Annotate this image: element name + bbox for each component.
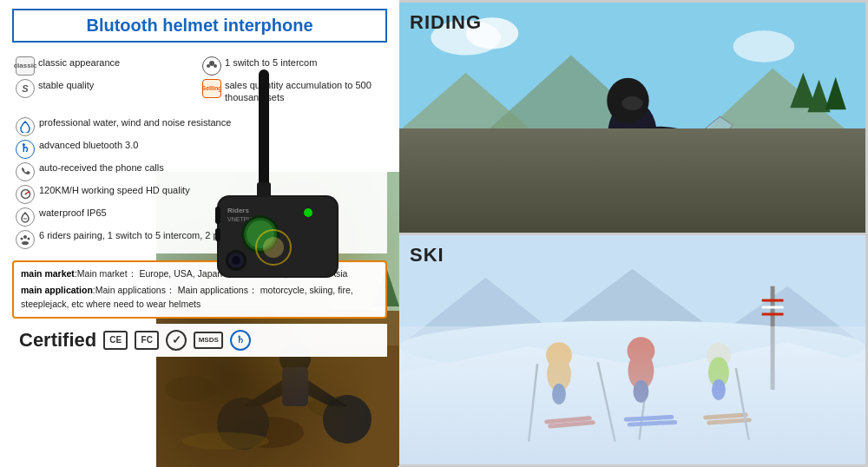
- ski-scene-card: SKI: [399, 235, 865, 465]
- ski-label: SKI: [410, 244, 444, 266]
- svg-rect-40: [215, 228, 220, 241]
- svg-point-8: [217, 398, 269, 450]
- svg-point-63: [678, 169, 727, 219]
- svg-rect-98: [707, 418, 752, 425]
- fc-badge: FC: [135, 331, 159, 350]
- svg-point-89: [628, 337, 655, 365]
- svg-rect-51: [399, 152, 865, 233]
- svg-point-24: [28, 237, 30, 240]
- riding-label: RIDING: [410, 11, 482, 34]
- svg-rect-50: [399, 134, 865, 232]
- svg-rect-103: [762, 312, 784, 315]
- svg-point-61: [569, 174, 608, 213]
- svg-rect-93: [628, 419, 678, 426]
- svg-point-20: [24, 194, 26, 195]
- water-icon: [16, 117, 35, 136]
- check-badge: ✓: [166, 330, 187, 351]
- svg-point-95: [708, 357, 729, 388]
- msds-badge: MSDS: [194, 332, 223, 349]
- svg-point-96: [712, 379, 726, 400]
- classic-icon: classic: [16, 56, 35, 76]
- svg-point-86: [552, 384, 566, 405]
- svg-text:Riders: Riders: [227, 207, 249, 214]
- svg-point-3: [165, 376, 217, 402]
- certified-label: Certified: [19, 329, 96, 352]
- bluetooth-icon: ♄: [16, 140, 35, 159]
- application-label: main application: [21, 285, 93, 295]
- svg-rect-39: [215, 207, 220, 224]
- svg-line-81: [529, 364, 537, 442]
- svg-point-23: [21, 237, 23, 240]
- feature-classic-text: classic appearance: [38, 56, 197, 69]
- svg-line-83: [639, 359, 649, 439]
- svg-point-79: [399, 320, 865, 372]
- svg-marker-52: [399, 178, 865, 233]
- svg-line-82: [598, 362, 615, 441]
- feature-bt-text: advanced bluetooth 3.0: [39, 139, 138, 151]
- left-panel: 23 Blutooth helmet interphone classic: [0, 0, 399, 467]
- svg-point-4: [308, 396, 352, 417]
- svg-rect-92: [624, 414, 674, 421]
- svg-point-64: [687, 178, 718, 209]
- ce-badge: CE: [103, 331, 128, 350]
- svg-rect-12: [282, 367, 308, 406]
- right-panel: RIDING: [399, 0, 868, 467]
- svg-marker-80: [399, 342, 865, 464]
- svg-marker-78: [399, 346, 865, 464]
- phone-icon: [16, 162, 35, 181]
- svg-point-90: [628, 352, 654, 390]
- svg-line-67: [667, 156, 702, 191]
- riding-scene: [399, 3, 865, 233]
- svg-point-22: [23, 235, 27, 239]
- market-label: main market: [21, 268, 75, 279]
- feature-waterproof-text: waterproof IP65: [39, 207, 107, 219]
- svg-point-16: [209, 61, 214, 66]
- svg-rect-102: [762, 306, 784, 308]
- svg-point-35: [304, 208, 312, 217]
- svg-point-94: [707, 343, 731, 367]
- ski-scene: [399, 235, 865, 465]
- svg-point-69: [589, 138, 667, 164]
- svg-point-25: [22, 241, 29, 245]
- svg-point-18: [214, 64, 217, 68]
- svg-point-65: [696, 187, 708, 200]
- svg-point-42: [263, 237, 284, 258]
- svg-rect-53: [615, 187, 621, 213]
- product-image-area: Riders VNETPHONE: [165, 69, 373, 312]
- svg-marker-10: [243, 372, 347, 406]
- svg-point-62: [582, 187, 595, 201]
- speed-icon: [16, 185, 35, 204]
- feature-switch-text: 1 switch to 5 intercom: [225, 56, 384, 69]
- riding-scene-card: RIDING: [399, 3, 865, 233]
- svg-point-5: [234, 417, 304, 448]
- product-title: Blutooth helmet interphone: [12, 9, 387, 43]
- stable-icon: S: [16, 79, 35, 98]
- svg-rect-87: [544, 416, 592, 424]
- svg-point-72: [621, 96, 642, 110]
- svg-point-46: [733, 30, 795, 62]
- svg-rect-97: [703, 412, 748, 420]
- svg-point-9: [323, 395, 372, 444]
- svg-rect-88: [548, 420, 595, 429]
- svg-point-15: [182, 432, 269, 450]
- svg-point-60: [561, 166, 617, 222]
- svg-rect-54: [615, 220, 621, 232]
- waterproof-icon: [16, 207, 35, 227]
- svg-line-99: [736, 368, 749, 440]
- six-riders-icon: [16, 230, 35, 249]
- svg-point-85: [547, 357, 571, 391]
- feature-phone-text: auto-received the phone calls: [39, 161, 164, 174]
- svg-point-38: [232, 256, 240, 265]
- svg-line-68: [676, 156, 711, 191]
- svg-rect-26: [259, 69, 269, 191]
- svg-point-84: [546, 342, 572, 368]
- svg-point-17: [207, 64, 210, 68]
- svg-rect-101: [762, 299, 784, 301]
- svg-point-91: [633, 380, 648, 403]
- certified-row: Certified CE FC ✓ MSDS ♄: [12, 324, 387, 357]
- bt-cert-badge: ♄: [230, 330, 251, 351]
- svg-marker-66: [589, 143, 702, 178]
